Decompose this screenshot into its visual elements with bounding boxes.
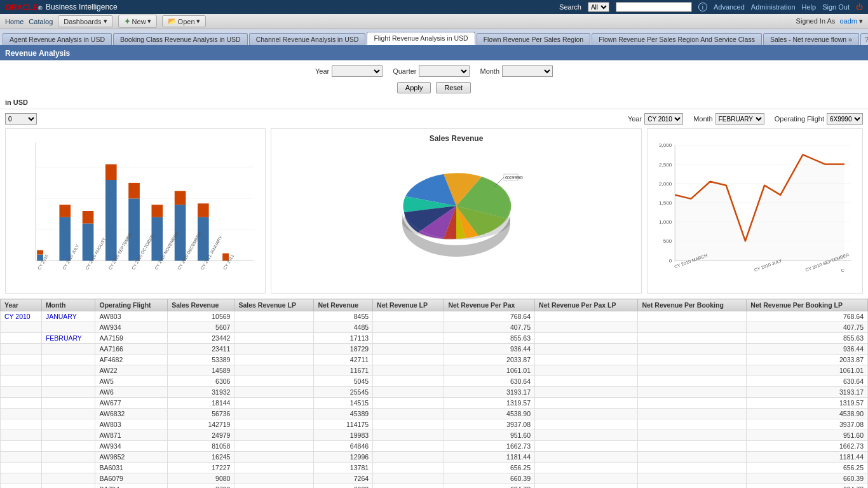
info-icon[interactable]: i (698, 3, 707, 11)
viz-area: CY 2010 CY 2010 JULY CY 2010 AUGUST CY 2… (0, 128, 868, 299)
svg-text:6X9990: 6X9990 (505, 175, 523, 180)
nav-right: Signed In As oadm ▾ (796, 17, 863, 25)
month-filter-label: Month (480, 67, 499, 75)
svg-text:3,000: 3,000 (659, 142, 672, 148)
svg-rect-7 (59, 217, 71, 261)
line-chart-svg: 3,000 2,500 2,000 1,500 1,000 500 0 (653, 134, 857, 288)
col-header-nrpb-lp: Net Revenue Per Booking LP (747, 299, 868, 311)
table-row: FEBRUARYAA71592344217113855.63855.63 (1, 333, 868, 344)
svg-rect-8 (59, 205, 71, 217)
chart-controls: 0 Year CY 2010 Month FEBRUARY Operating … (0, 109, 868, 128)
table-row: BA607990807264660.39660.39 (1, 473, 868, 484)
year-filter-group: Year CY 2010 CY 2011 (315, 65, 383, 77)
svg-text:C: C (841, 268, 844, 273)
content-area: Year CY 2010 CY 2011 Quarter Q1 Q2 Q3 Q4… (0, 60, 868, 488)
advanced-link[interactable]: Advanced (714, 3, 745, 11)
table-row: AW93456074485407.75407.75 (1, 322, 868, 333)
data-table: Year Month Operating Flight Sales Revenu… (0, 299, 868, 488)
report-title-bar: Revenue Analysis (0, 46, 868, 60)
table-row: BA79487286983634.78634.78 (1, 484, 868, 489)
svg-rect-13 (128, 198, 140, 261)
tab-bar: Agent Revenue Analysis in USD Booking Cl… (0, 29, 868, 46)
op-flight-select[interactable]: 6X9990 (827, 113, 863, 125)
tab-sales-net[interactable]: Sales - Net revenue flown » (763, 33, 859, 45)
table-row: AW563065045630.64630.64 (1, 376, 868, 387)
col-header-month: Month (41, 299, 95, 311)
new-button[interactable]: ✦ New ▾ (118, 15, 157, 28)
top-bar-right: Search All i Advanced Administration Hel… (559, 2, 863, 12)
bar-chart-svg: CY 2010 CY 2010 JULY CY 2010 AUGUST CY 2… (11, 134, 260, 288)
table-row: AW93481058648461662.731662.73 (1, 441, 868, 452)
line-chart-container: 3,000 2,500 2,000 1,500 1,000 500 0 (647, 128, 863, 294)
pie-chart-svg: 6X9990 (386, 146, 526, 285)
nav-left: Home Catalog Dashboards ▾ ✦ New ▾ 📂 Open… (5, 15, 206, 28)
col-header-year: Year (1, 299, 42, 311)
tab-agent-revenue[interactable]: Agent Revenue Analysis in USD (3, 33, 112, 45)
table-row: CY 2010JANUARYAW803105698455768.64768.64 (1, 311, 868, 322)
reset-button[interactable]: Reset (436, 82, 471, 93)
left-control-select[interactable]: 0 (5, 113, 37, 125)
svg-text:1,000: 1,000 (659, 219, 672, 225)
quarter-filter-select[interactable]: Q1 Q2 Q3 Q4 (419, 65, 470, 77)
svg-rect-11 (105, 180, 117, 261)
svg-rect-6 (37, 250, 43, 255)
col-header-nr: Net Revenue (314, 299, 373, 311)
svg-rect-10 (83, 211, 94, 224)
year-control-group: Year CY 2010 (628, 113, 683, 125)
filter-row: Year CY 2010 CY 2011 Quarter Q1 Q2 Q3 Q4… (0, 60, 868, 79)
filter-buttons: Apply Reset (0, 79, 868, 96)
table-row: AW985216245129961181.441181.44 (1, 452, 868, 463)
year-control-select[interactable]: CY 2010 (644, 113, 683, 125)
quarter-filter-label: Quarter (393, 67, 416, 75)
month-control-group: Month FEBRUARY (693, 113, 764, 125)
bi-title: Business Intelligence (46, 3, 118, 11)
col-header-op-flight: Operating Flight (95, 299, 168, 311)
pie-chart-title: Sales Revenue (430, 134, 484, 143)
tab-channel-revenue[interactable]: Channel Revenue Analysis in USD (249, 33, 366, 45)
signout-icon: ⏻ (856, 3, 863, 11)
table-body: CY 2010JANUARYAW803105698455768.64768.64… (1, 311, 868, 489)
svg-text:2,500: 2,500 (659, 162, 672, 168)
signed-in-as-label: Signed In As oadm ▾ (796, 17, 863, 25)
col-header-nrpp: Net Revenue Per Pax (444, 299, 535, 311)
search-type-select[interactable]: All (588, 2, 609, 12)
nav-bar: Home Catalog Dashboards ▾ ✦ New ▾ 📂 Open… (0, 14, 868, 29)
svg-text:1,500: 1,500 (659, 200, 672, 206)
user-name[interactable]: oadm (839, 17, 857, 25)
apply-button[interactable]: Apply (397, 82, 431, 93)
col-header-nr-lp: Net Revenue LP (373, 299, 444, 311)
table-row: BA60311722713781656.25656.25 (1, 463, 868, 473)
svg-rect-14 (128, 183, 140, 199)
tab-flight-revenue[interactable]: Flight Revenue Analysis in USD (367, 32, 475, 45)
year-filter-select[interactable]: CY 2010 CY 2011 (332, 65, 383, 77)
dashboards-button[interactable]: Dashboards ▾ (58, 15, 112, 27)
search-input[interactable] (616, 2, 692, 12)
table-row: AW8712497919983951.60951.60 (1, 430, 868, 441)
svg-rect-20 (198, 203, 209, 217)
open-button[interactable]: 📂 Open ▾ (162, 15, 206, 27)
month-control-label: Month (693, 115, 713, 123)
svg-rect-12 (105, 165, 117, 180)
tab-flown-per-region-service[interactable]: Flown Revenue Per Sales Region And Servi… (592, 33, 762, 45)
help-icon-tab[interactable]: ? (860, 33, 868, 45)
table-row: AA71662341118729936.44936.44 (1, 344, 868, 355)
op-flight-group: Operating Flight 6X9990 (775, 113, 863, 125)
administration-link[interactable]: Administration (751, 3, 796, 11)
home-link[interactable]: Home (5, 18, 24, 25)
data-table-container: Year Month Operating Flight Sales Revenu… (0, 299, 868, 488)
month-control-select[interactable]: FEBRUARY (715, 113, 764, 125)
signout-link[interactable]: Sign Out (822, 3, 850, 11)
tab-flown-per-region[interactable]: Flown Revenue Per Sales Region (477, 33, 591, 45)
in-usd-label: in USD (0, 96, 868, 109)
tab-booking-class[interactable]: Booking Class Revenue Analysis in USD (113, 33, 248, 45)
help-link[interactable]: Help (802, 3, 817, 11)
left-control-group: 0 (5, 113, 37, 125)
col-header-nrpb: Net Revenue Per Booking (638, 299, 747, 311)
col-header-nrpp-lp: Net Revenue Per Pax LP (535, 299, 638, 311)
op-flight-label: Operating Flight (775, 115, 824, 123)
table-row: AW67718144145151319.571319.57 (1, 398, 868, 409)
top-bar: ORACLE® Business Intelligence Search All… (0, 0, 868, 14)
month-filter-select[interactable]: JANUARY FEBRUARY (502, 65, 553, 77)
svg-text:0: 0 (669, 258, 672, 264)
catalog-link[interactable]: Catalog (29, 18, 53, 25)
